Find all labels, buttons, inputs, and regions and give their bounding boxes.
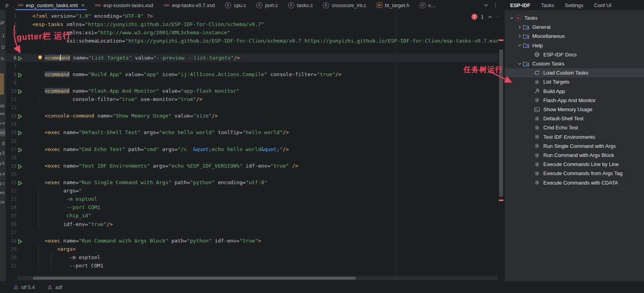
chevron-down-icon[interactable] bbox=[516, 61, 523, 67]
tree-item-load-custom-tasks[interactable]: Load Custom Tasks bbox=[505, 68, 644, 77]
tree-item-execute-commands-from-args-tag[interactable]: Execute Commands from Args Tag bbox=[505, 169, 644, 178]
code-text[interactable]: -m esptool bbox=[32, 195, 97, 203]
code-text[interactable]: <exec name="Run Command with Args Block"… bbox=[32, 237, 261, 245]
code-text[interactable]: <console-command name="Show Memory Usage… bbox=[32, 112, 218, 120]
tree-item-help[interactable]: Help bbox=[505, 41, 644, 50]
error-stripe-mark[interactable] bbox=[499, 200, 503, 201]
code-text[interactable]: <exec name="Run Single Command with Args… bbox=[32, 178, 267, 187]
code-line-3: 3 xmlns:xsi="http://www.w3.org/2001/XMLS… bbox=[6, 28, 498, 37]
tree-item-run-command-with-args-block[interactable]: Run Command with Args Block bbox=[505, 151, 644, 160]
project-item-fragment[interactable]: g.a bbox=[0, 171, 5, 176]
tree-item-flash-app-and-monitor[interactable]: Flash-App And Monitor bbox=[505, 96, 644, 105]
panel-tab-settings[interactable]: Settings bbox=[565, 2, 584, 8]
code-text[interactable]: <exec name="Test IDF Environments" args=… bbox=[32, 162, 298, 170]
tab-esp-tasks-v0-7-xsd[interactable]: XSDesp-tasks-v0.7.xsd bbox=[158, 0, 220, 10]
tree-item-execute-commands-line-by-line[interactable]: Execute Commands Line by Line bbox=[505, 160, 644, 169]
project-item-fragment[interactable]: g.5 bbox=[0, 151, 5, 155]
close-icon[interactable]: ✕ bbox=[81, 3, 84, 7]
run-line-icon[interactable] bbox=[18, 238, 23, 243]
tree-item-miscellaneous[interactable]: Miscellaneous bbox=[505, 32, 644, 41]
tab-esp-custom-tasks-xsd[interactable]: XSDesp-custom-tasks.xsd bbox=[90, 0, 158, 10]
tree-item-show-memory-usage[interactable]: Show Memory Usage bbox=[505, 105, 644, 114]
tab-port-c[interactable]: Cport.c bbox=[251, 0, 283, 10]
project-item-fragment[interactable]: g.c bbox=[0, 181, 5, 185]
run-line-icon[interactable] bbox=[18, 147, 23, 152]
code-text[interactable]: <command name="List Targets" value="--pr… bbox=[32, 54, 240, 62]
error-stripe-mark[interactable] bbox=[499, 39, 503, 41]
code-text[interactable]: xsi:schemaLocation="https://yunyizhi.git… bbox=[32, 37, 498, 45]
code-text[interactable]: idf-env="true"/> bbox=[32, 220, 113, 228]
project-item-fragment[interactable]: om bbox=[0, 111, 5, 116]
project-item-fragment[interactable]: sts bbox=[0, 103, 5, 108]
code-editor[interactable]: 1<?xml version="1.0" encoding="UTF-8" ?>… bbox=[6, 10, 498, 282]
tabs-chevron-down-icon[interactable] bbox=[483, 2, 489, 8]
tree-item-list-targets[interactable]: List Targets bbox=[505, 77, 644, 86]
project-item-fragment[interactable]: D bbox=[2, 45, 5, 50]
line-number: 15 bbox=[6, 128, 17, 136]
tree-item-default-shell-test[interactable]: Default-Shell Test bbox=[505, 114, 644, 123]
run-line-icon[interactable] bbox=[18, 72, 23, 77]
prev-error-chevron-up-icon[interactable] bbox=[487, 14, 493, 20]
panel-tab-esp-idf[interactable]: ESP-IDF bbox=[510, 2, 530, 8]
project-item-fragment[interactable]: g.5 bbox=[0, 161, 5, 166]
code-text[interactable]: <command name="Build App" value="app" ic… bbox=[32, 70, 342, 78]
project-panel-edge[interactable]: SP.1D:\Lstsoms-vomgg.5g.5g.ag.cesCor bbox=[0, 10, 6, 282]
run-line-icon[interactable] bbox=[18, 130, 23, 135]
chevron-right-icon[interactable] bbox=[516, 33, 523, 39]
tree-item-build-app[interactable]: Build App bbox=[505, 87, 644, 96]
code-text[interactable]: args=" bbox=[32, 187, 82, 195]
error-count: 1 bbox=[481, 14, 484, 20]
project-item-fragment[interactable]: SP bbox=[0, 21, 5, 25]
error-icon[interactable]: ! bbox=[471, 14, 477, 20]
panel-tab-conf-ui[interactable]: Conf UI bbox=[594, 2, 612, 8]
tree-item-custom-tasks[interactable]: Custom Tasks bbox=[505, 59, 644, 68]
code-text[interactable]: --port COM1 bbox=[32, 203, 100, 211]
tab-cpu-c[interactable]: Ccpu.c bbox=[220, 0, 251, 10]
code-text[interactable]: --port COM1 bbox=[32, 261, 103, 270]
project-item-fragment[interactable]: om bbox=[0, 130, 5, 135]
project-item-fragment[interactable]: s-v bbox=[0, 121, 5, 125]
tree-item-general[interactable]: General bbox=[505, 22, 644, 32]
project-item-fragment[interactable]: es bbox=[0, 190, 5, 195]
chevron-down-icon[interactable] bbox=[516, 42, 523, 49]
tab-c[interactable]: Cc… bbox=[415, 0, 441, 10]
tabs-more-icon[interactable]: ⋮ bbox=[493, 2, 498, 8]
status-item-adf[interactable]: adf bbox=[47, 285, 62, 291]
overflow-tab-fragment[interactable]: p bbox=[6, 2, 8, 8]
run-line-icon[interactable] bbox=[18, 88, 23, 93]
chevron-down-icon[interactable] bbox=[509, 15, 515, 21]
tab-esp-custom-tasks-xml[interactable]: </>esp_custom_tasks.xml✕ bbox=[13, 0, 90, 10]
tree-item-esp-idf-docs[interactable]: ESP-IDF Docs bbox=[505, 50, 644, 59]
horizontal-scrollbar-thumb[interactable] bbox=[33, 277, 356, 280]
tree-item-test-idf-environments[interactable]: Test IDF Environments bbox=[505, 133, 644, 142]
tab-crosscore-int-c[interactable]: Ccrosscore_int.c bbox=[318, 0, 371, 10]
chevron-right-icon[interactable] bbox=[516, 24, 523, 30]
code-text[interactable]: <esp-tasks xmlns="https://yunyizhi.githu… bbox=[32, 20, 264, 28]
project-item-fragment[interactable]: g bbox=[2, 140, 5, 145]
run-line-icon[interactable] bbox=[18, 113, 23, 118]
code-text[interactable]: <exec name="Cmd Echo Test" path="cmd" ar… bbox=[32, 145, 289, 153]
code-text[interactable]: <exec name="Default-Shell Test" args="ec… bbox=[32, 128, 289, 136]
code-text[interactable]: <?xml version="1.0" encoding="UTF-8" ?> bbox=[32, 12, 153, 20]
status-item-label: adf bbox=[55, 285, 62, 290]
panel-tab-tasks[interactable]: Tasks bbox=[541, 2, 554, 8]
code-text[interactable]: -m esptool bbox=[32, 253, 100, 261]
run-line-icon[interactable] bbox=[18, 163, 23, 168]
code-text[interactable]: chip_id" bbox=[32, 211, 91, 220]
project-item-fragment[interactable]: Cor bbox=[0, 200, 5, 204]
hammer-icon bbox=[534, 88, 541, 94]
tree-item-run-single-command-with-args[interactable]: Run Single Command with Args bbox=[505, 142, 644, 151]
tree-item-execute-commands-with-cdata[interactable]: Execute Commands with CDATA bbox=[505, 178, 644, 187]
tree-item-cmd-echo-test[interactable]: Cmd Echo Test bbox=[505, 123, 644, 132]
run-line-icon[interactable] bbox=[18, 55, 23, 60]
run-line-icon[interactable] bbox=[18, 180, 23, 185]
code-text[interactable]: console-filter="true" use-monitor="true"… bbox=[32, 95, 203, 103]
tab-bt-target-h[interactable]: Hbt_target.h bbox=[372, 0, 415, 10]
project-item-fragment[interactable]: :\L bbox=[0, 56, 5, 61]
tree-item-tasks[interactable]: Tasks bbox=[505, 13, 644, 22]
project-item-fragment[interactable]: .1 bbox=[1, 33, 5, 38]
status-item-idf-5-4[interactable]: idf 5.4 bbox=[13, 285, 35, 291]
tab-tasks-c[interactable]: Ctasks.c bbox=[283, 0, 318, 10]
code-text[interactable]: <command name="Flash-App And Monitor" va… bbox=[32, 87, 239, 95]
code-text[interactable]: <args> bbox=[32, 245, 76, 253]
